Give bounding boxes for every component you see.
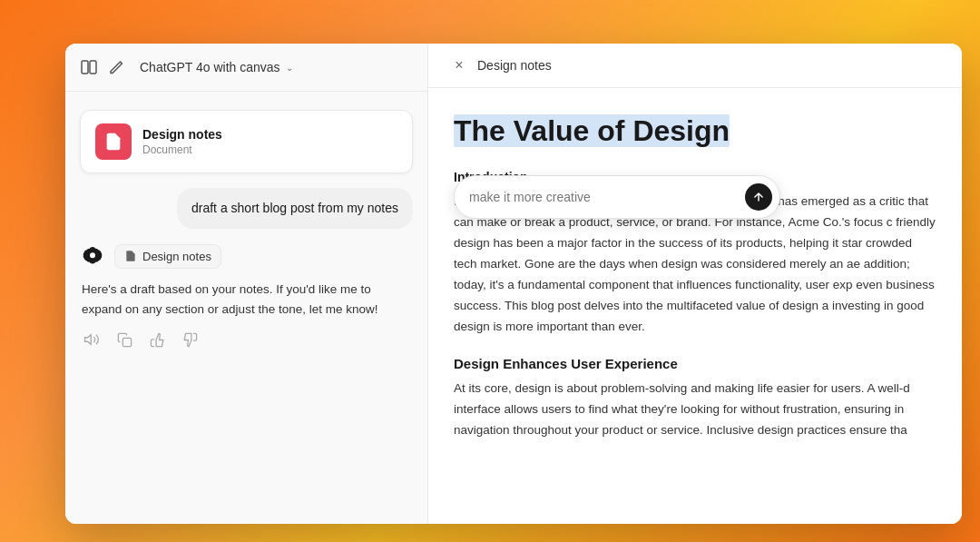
ai-response-text: Here's a draft based on your notes. If y… xyxy=(80,280,413,319)
document-title: Design notes xyxy=(142,127,222,142)
panel-title: Design notes xyxy=(477,58,552,73)
svg-rect-0 xyxy=(82,61,88,74)
design-notes-reference[interactable]: Design notes xyxy=(114,244,221,269)
prompt-send-button[interactable] xyxy=(745,183,772,211)
chevron-down-icon: ⌄ xyxy=(286,63,293,73)
right-header: × Design notes xyxy=(428,44,962,88)
send-icon xyxy=(752,191,765,203)
close-button[interactable]: × xyxy=(450,56,468,74)
doc-ref-label: Design notes xyxy=(142,250,211,263)
ai-avatar-icon xyxy=(80,243,105,269)
section1-title: Design Enhances User Experience xyxy=(454,356,936,371)
doc-ref-icon xyxy=(124,250,137,262)
document-info: Design notes Document xyxy=(142,127,222,156)
section1-body: At its core, design is about problem-sol… xyxy=(454,379,936,441)
model-selector[interactable]: ChatGPT 4o with canvas ⌄ xyxy=(134,56,299,78)
document-icon-bg xyxy=(95,123,132,160)
inline-prompt-bar xyxy=(454,175,780,219)
copy-icon[interactable] xyxy=(114,330,134,350)
ai-response-header: Design notes xyxy=(80,243,413,269)
document-heading-wrapper: The Value of Design xyxy=(454,113,936,148)
thumbs-up-icon[interactable] xyxy=(147,330,167,350)
left-header: ChatGPT 4o with canvas ⌄ xyxy=(65,44,427,92)
new-chat-icon[interactable] xyxy=(107,58,125,76)
svg-rect-6 xyxy=(122,338,131,346)
document-heading: The Value of Design xyxy=(454,114,730,147)
document-card[interactable]: Design notes Document xyxy=(80,110,413,173)
prompt-input[interactable] xyxy=(469,190,738,204)
ai-response: Design notes Here's a draft based on you… xyxy=(80,243,413,350)
sidebar-toggle-icon[interactable] xyxy=(80,58,98,76)
svg-point-4 xyxy=(90,252,95,258)
thumbs-down-icon[interactable] xyxy=(180,330,200,350)
right-panel: × Design notes The Value of Design Intro… xyxy=(428,44,962,524)
document-type: Document xyxy=(142,143,222,156)
app-container: ChatGPT 4o with canvas ⌄ Design notes xyxy=(65,44,962,524)
svg-rect-1 xyxy=(90,61,96,74)
user-message: draft a short blog post from my notes xyxy=(177,188,413,229)
left-content: Design notes Document draft a short blog… xyxy=(65,92,427,524)
document-icon xyxy=(103,132,123,152)
right-content: The Value of Design Introduction In an i… xyxy=(428,88,962,524)
model-name: ChatGPT 4o with canvas xyxy=(140,60,280,74)
read-aloud-icon[interactable] xyxy=(82,330,102,350)
ai-action-buttons xyxy=(80,330,413,350)
left-panel: ChatGPT 4o with canvas ⌄ Design notes xyxy=(65,44,428,524)
svg-marker-5 xyxy=(85,335,92,345)
